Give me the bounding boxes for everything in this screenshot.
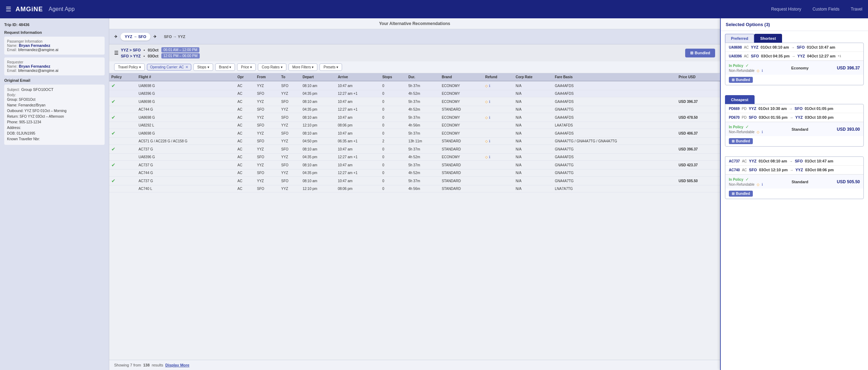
nav-travel[interactable]: Travel [851, 7, 862, 12]
preferred-info-icon[interactable]: ℹ [762, 69, 763, 73]
to-cell: YYZ [279, 106, 300, 113]
table-row[interactable]: AC744 GACSFOYYZ04:35 pm12:27 am +104h 52… [109, 169, 720, 177]
flight-cell: UA8396 G [136, 154, 235, 161]
remove-carrier-icon[interactable]: ✕ [185, 65, 188, 69]
table-header-row: Policy Flight # Opr From To Depart Arriv… [109, 73, 720, 81]
table-row[interactable]: AC744 GACSFOYYZ04:35 pm12:27 am +104h 52… [109, 106, 720, 113]
preferred-tag-label: Bundled [736, 78, 750, 82]
preferred-return-row: UA8396 AC SFO 03Oct 04:35 pm → YYZ 04Oct… [725, 52, 863, 61]
cheapest-out-carrier: PD [742, 107, 747, 111]
preferred-ret-to: YYZ [798, 54, 805, 58]
arrive-cell: 12:27 am +1 [336, 169, 380, 177]
table-row[interactable]: UA8396 GACSFOYYZ04:35 pm12:27 am +104h 5… [109, 90, 720, 97]
policy-cell: ✔ [109, 97, 136, 106]
depart-cell: 08:10 am [300, 97, 336, 106]
arrive-cell: 06:35 am +1 [336, 138, 380, 145]
chevron-down-icon: ▾ [139, 65, 141, 69]
diamond-icon: ◇ [485, 116, 488, 119]
travel-policy-filter[interactable]: Travel Policy ▾ [114, 63, 145, 71]
price-label: Price [241, 65, 249, 69]
corp_rate-cell: N/A [514, 122, 553, 129]
cheapest-ret-to: YYZ [795, 115, 802, 119]
corp_rate-cell: N/A [514, 97, 553, 106]
table-row[interactable]: ✔UA8698 GACYYZSFO08:10 am10:47 am05h 37m… [109, 129, 720, 138]
third-option-card: AC737 AC YYZ 01Oct 08:10 am → SFO 01Oct … [725, 156, 864, 199]
opr-cell: AC [235, 122, 255, 129]
from-cell: SFO [255, 169, 279, 177]
presets-label: Presets [323, 65, 335, 69]
to-cell: SFO [279, 129, 300, 138]
cheapest-outbound-row: PD669 PD YYZ 01Oct 10:30 am → SFO 01Oct … [725, 104, 863, 113]
preferred-bundled-tag: ⊞ Bundled [729, 77, 753, 83]
flight-cell: AC737 G [136, 145, 235, 154]
opr-cell: AC [235, 161, 255, 169]
trip-id: Trip ID: 48436 [4, 23, 105, 27]
policy-cell [109, 138, 136, 145]
to-cell: YYZ [279, 169, 300, 177]
brand-cell: STANDARD [440, 138, 483, 145]
from-cell: YYZ [255, 177, 279, 185]
cheapest-tab[interactable]: Cheapest [725, 95, 755, 104]
results-footer: Showing 7 from 138 results Display More [109, 360, 720, 370]
table-row[interactable]: UA8396 GACSFOYYZ04:35 pm12:27 am +104h 5… [109, 154, 720, 161]
table-row[interactable]: ✔AC737 GACYYZSFO08:10 am10:47 am05h 37mS… [109, 145, 720, 154]
results-count: 138 [143, 363, 149, 367]
refund-cell: ◇ ℹ [483, 154, 513, 161]
arrow-icon-6: → [790, 168, 793, 172]
cheapest-info-icon[interactable]: ℹ [762, 130, 763, 134]
col-flight: Flight # [136, 73, 235, 81]
policy-check: ✔ [111, 146, 116, 152]
from-cell: SFO [255, 138, 279, 145]
info-icon[interactable]: ℹ [489, 139, 490, 143]
third-ret-to: YYZ [795, 168, 803, 172]
brand-chevron-icon: ▾ [229, 65, 231, 69]
third-outbound-row: AC737 AC YYZ 01Oct 08:10 am → SFO 01Oct … [725, 157, 863, 166]
flight-tab-outbound[interactable]: YYZ → SFO [120, 33, 150, 41]
more-filters-button[interactable]: More Filters ▾ [289, 63, 318, 71]
bundled-button[interactable]: ⊞ Bundled [685, 49, 715, 57]
corp_rate-cell: N/A [514, 185, 553, 192]
stops-filter[interactable]: Stops ▾ [193, 63, 213, 71]
presets-button[interactable]: Presets ▾ [320, 63, 342, 71]
info-icon[interactable]: ℹ [489, 84, 490, 88]
nav-custom-fields[interactable]: Custom Fields [812, 7, 839, 12]
info-icon[interactable]: ℹ [489, 116, 490, 119]
route-info: YYZ > SFO • 01Oct 06:01 AM – 12:00 PM SF… [121, 47, 200, 58]
stops-cell: 0 [380, 185, 406, 192]
from-cell: YYZ [255, 161, 279, 169]
table-row[interactable]: ✔UA8698 GACYYZSFO08:10 am10:47 am05h 37m… [109, 97, 720, 106]
preferred-tab[interactable]: Preferred [725, 34, 754, 43]
preferred-out-to: SFO [797, 45, 805, 49]
opr-cell: AC [235, 81, 255, 90]
preferred-out-fn: UA8698 [729, 45, 742, 49]
hamburger-menu[interactable]: ☰ [6, 5, 11, 13]
email-section: Subject: Group SFO10OCT Body: Group: SFO… [4, 85, 105, 145]
price-cell [676, 81, 720, 90]
to-cell: SFO [279, 113, 300, 122]
corp-rates-filter[interactable]: Corp Rates ▾ [258, 63, 286, 71]
nav-request-history[interactable]: Request History [771, 7, 801, 12]
display-more-link[interactable]: Display More [165, 363, 189, 367]
preferred-ret-arrive: 04Oct 12:27 am [807, 54, 836, 58]
third-info-icon[interactable]: ℹ [762, 183, 763, 186]
price-filter[interactable]: Price ▾ [237, 63, 256, 71]
table-row[interactable]: ✔AC737 GACYYZSFO08:10 am10:47 am05h 37mS… [109, 177, 720, 185]
policy-cell: ✔ [109, 177, 136, 185]
results-area[interactable]: Policy Flight # Opr From To Depart Arriv… [109, 73, 720, 360]
table-row[interactable]: ✔AC737 GACYYZSFO08:10 am10:47 am05h 37mS… [109, 161, 720, 169]
route-header: ☰ YYZ > SFO • 01Oct 06:01 AM – 12:00 PM … [109, 44, 720, 61]
corp_rate-cell: N/A [514, 177, 553, 185]
shortest-tab[interactable]: Shortest [754, 34, 782, 43]
price-cell: USD 406.37 [676, 129, 720, 138]
table-row[interactable]: UA8292 LACSFOYYZ12:10 pm08:06 pm04h 56mE… [109, 122, 720, 129]
info-icon[interactable]: ℹ [489, 155, 490, 159]
brand-filter[interactable]: Brand ▾ [215, 63, 235, 71]
table-row[interactable]: AC740 LACSFOYYZ12:10 pm08:06 pm04h 56mST… [109, 185, 720, 192]
stops-cell: 0 [380, 145, 406, 154]
table-row[interactable]: ✔UA8698 GACYYZSFO08:10 am10:47 am05h 37m… [109, 81, 720, 90]
info-icon[interactable]: ℹ [489, 100, 490, 104]
table-row[interactable]: AC571 G / AC228 G / AC158 GACSFOYYZ04:50… [109, 138, 720, 145]
table-row[interactable]: ✔UA8698 GACYYZSFO08:10 am10:47 am05h 37m… [109, 113, 720, 122]
flight-tab-return[interactable]: SFO → YYZ [160, 33, 190, 41]
cheapest-bundled-tag: ⊞ Bundled [729, 138, 753, 144]
